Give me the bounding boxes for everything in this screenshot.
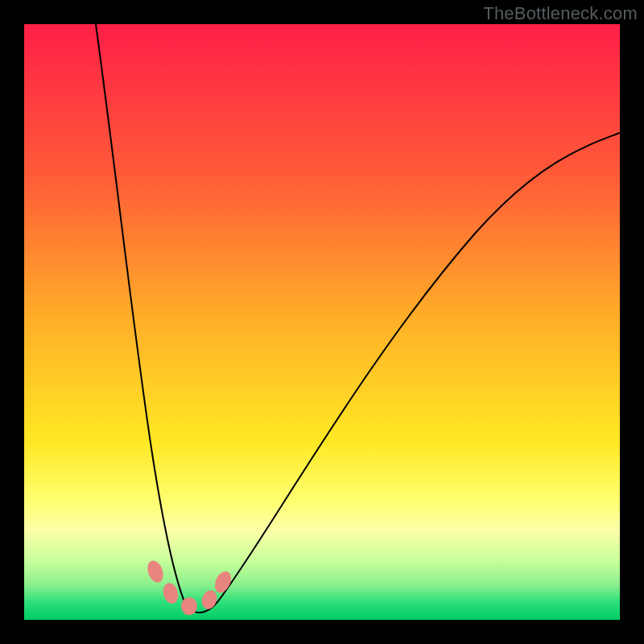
chart-frame: TheBottleneck.com bbox=[0, 0, 644, 644]
marker-dot bbox=[181, 597, 197, 615]
chart-overlay bbox=[24, 24, 620, 620]
marker-dot bbox=[161, 581, 180, 605]
marker-dot bbox=[200, 588, 220, 611]
curve-markers bbox=[145, 559, 234, 615]
bottleneck-curve bbox=[96, 24, 620, 613]
marker-dot bbox=[145, 559, 166, 584]
watermark: TheBottleneck.com bbox=[483, 3, 638, 24]
